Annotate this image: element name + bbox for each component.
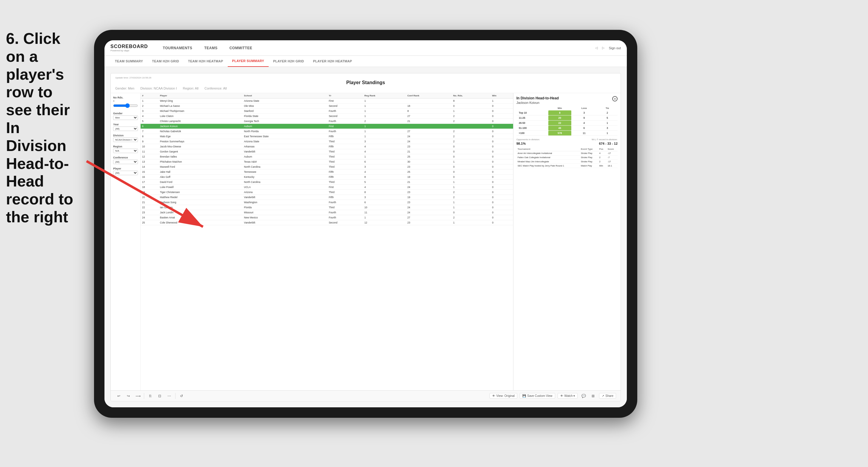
table-row[interactable]: 1 Wenyi Ding Arizona State First 1 8 1 [141, 98, 513, 103]
wlt-label: W-L-T record in-division: [592, 138, 618, 141]
filter-division-select[interactable]: NCAA Division I [113, 137, 138, 142]
tourn-col-type: Event Type [580, 147, 598, 151]
table-row[interactable]: 3 Michael Thorbjornsen Stanford Fourth 1… [141, 108, 513, 114]
nav-item-teams[interactable]: TEAMS [198, 40, 223, 56]
filter-player-select[interactable]: (All) [113, 171, 138, 175]
cell-rds: 2 [452, 129, 490, 134]
forward-button[interactable]: ⟶ [134, 393, 142, 400]
subnav-team-summary[interactable]: TEAM SUMMARY [111, 56, 148, 67]
cell-rds: 1 [452, 205, 490, 210]
cell-reg: 6 [363, 159, 406, 164]
nav-item-committee[interactable]: COMMITTEE [223, 40, 258, 56]
filter-group-year: Year (All) [113, 123, 138, 131]
cell-school: Florida State [242, 114, 327, 119]
cell-rank: 18 [141, 185, 158, 190]
table-row[interactable]: 11 Gordon Sargent Vanderbilt Third 4 21 … [141, 149, 513, 154]
cell-yr: Fifth [327, 134, 363, 139]
subnav-player-summary[interactable]: PLAYER SUMMARY [228, 56, 269, 67]
share-button[interactable]: ↗ Share [599, 393, 616, 399]
table-row[interactable]: 22 Ian Gilligan Florida Third 10 24 1 0 [141, 205, 513, 210]
cell-win: 0 [490, 124, 513, 129]
comment-button[interactable]: 💬 [580, 393, 587, 400]
table-row[interactable]: 6 Jackson Koivun Auburn First 1 0 [141, 124, 513, 129]
undo-button[interactable]: ↩ [115, 393, 122, 400]
paste-button[interactable]: ⊡ [156, 393, 163, 400]
panel-title: Player Standings [115, 80, 616, 85]
cell-player: Alex Goff [158, 175, 243, 180]
filter-division: Division: NCAA Division I [140, 87, 177, 90]
refresh-button[interactable]: ↺ [178, 393, 185, 400]
filter-gender-select[interactable]: Men [113, 116, 138, 120]
cell-player: Jake Hall [158, 169, 243, 175]
cell-win: 0 [490, 139, 513, 144]
table-row[interactable]: 20 Matthew Riedel Vanderbilt Fifth 3 19 … [141, 195, 513, 200]
filter-region-select[interactable]: N/A [113, 149, 138, 153]
cell-rank: 2 [141, 103, 158, 108]
tournament-row: SEC Match Play hosted by Jerry Pate Roun… [516, 164, 618, 168]
cell-yr: Third [327, 149, 363, 154]
cell-win: 0 [490, 169, 513, 175]
table-row[interactable]: 17 David Ford North Carolina Third 5 21 … [141, 180, 513, 185]
table-row[interactable]: 19 Tiger Christensen Arizona Third 8 23 … [141, 190, 513, 195]
subnav-team-h2h-heatmap[interactable]: TEAM H2H HEATMAP [184, 56, 228, 67]
cell-yr: First [327, 124, 363, 129]
table-row[interactable]: 5 Christo Lamprecht Georgia Tech Fourth … [141, 119, 513, 124]
grid-button[interactable]: ⊞ [590, 393, 597, 400]
table-body: 1 Wenyi Ding Arizona State First 1 8 1 2… [141, 98, 513, 225]
subnav-team-h2h-grid[interactable]: TEAM H2H GRID [148, 56, 184, 67]
table-row[interactable]: 14 Maxwell Ford North Carolina Third 3 2… [141, 164, 513, 169]
cell-conf: 30 [406, 159, 452, 164]
cell-yr: Third [327, 159, 363, 164]
table-row[interactable]: 15 Jake Hall Tennessee Fifth 4 25 0 0 [141, 169, 513, 175]
top-nav: SCOREBOARD Powered by clippi TOURNAMENTS… [104, 40, 627, 56]
cell-rds: 1 [452, 220, 490, 225]
cell-reg: 4 [363, 149, 406, 154]
table-row[interactable]: 23 Jack Lundin Missouri Fourth 11 24 0 0 [141, 210, 513, 215]
filter-norounds-slider[interactable] [113, 103, 138, 108]
panel-body: No Rds. 6 Gender Men Year [111, 93, 621, 390]
redo-button[interactable]: ↪ [125, 393, 132, 400]
cell-reg: 10 [363, 205, 406, 210]
close-button[interactable]: ✕ [612, 96, 618, 101]
cell-conf: 25 [406, 169, 452, 175]
cell-school: Arizona [242, 190, 327, 195]
cell-win: 0 [490, 159, 513, 164]
h2h-loss: 9 [571, 116, 597, 121]
copy-button[interactable]: ⎘ [147, 393, 154, 400]
cell-player: Jackson Koivun [158, 124, 243, 129]
table-row[interactable]: 4 Luke Claton Florida State Second 1 27 … [141, 114, 513, 119]
cell-yr: Fifth [327, 169, 363, 175]
subnav-player-h2h-heatmap[interactable]: PLAYER H2H HEATMAP [309, 56, 357, 67]
cell-conf: 24 [406, 139, 452, 144]
subnav-player-h2h-grid[interactable]: PLAYER H2H GRID [269, 56, 309, 67]
watch-button[interactable]: 👁 Watch ▾ [558, 393, 578, 399]
table-row[interactable]: 21 Taehoon Song Washington Fourth 6 23 1… [141, 200, 513, 205]
table-row[interactable]: 8 Mats Ege East Tennessee State Fifth 1 … [141, 134, 513, 139]
filter-year-select[interactable]: (All) [113, 127, 138, 131]
table-row[interactable]: 2 Michael La Sasso Ole Miss Second 1 18 … [141, 103, 513, 108]
table-row[interactable]: 13 Phichaksn Maichon Texas A&M Third 6 3… [141, 159, 513, 164]
tournament-row: Amer Ari Intercollegiate Invitational St… [516, 151, 618, 155]
filter-conference-select[interactable]: (All) [113, 160, 138, 164]
table-row[interactable]: 16 Alex Goff Kentucky Fifth 8 19 0 0 [141, 175, 513, 180]
cell-yr: Fourth [327, 215, 363, 220]
cell-win: 0 [490, 185, 513, 190]
table-row[interactable]: 12 Brendan Valles Auburn Third 1 25 0 0 [141, 154, 513, 159]
cell-yr: Second [327, 220, 363, 225]
nav-item-tournaments[interactable]: TOURNAMENTS [157, 40, 198, 56]
table-row[interactable]: 9 Preston Summerhays Arizona State Third… [141, 139, 513, 144]
sign-out-button[interactable]: Sign out [609, 46, 621, 50]
cell-win: 0 [490, 103, 513, 108]
table-row[interactable]: 18 Luke Powell UCLA First 4 24 1 0 [141, 185, 513, 190]
table-row[interactable]: 10 Jacob Mou-Dieese Arkansas Fifth 4 23 … [141, 144, 513, 149]
view-original-button[interactable]: 👁 View: Original [490, 393, 518, 399]
cell-yr: Fourth [327, 210, 363, 215]
cell-rank: 25 [141, 220, 158, 225]
save-custom-button[interactable]: 💾 Save Custom View [520, 393, 555, 399]
table-row[interactable]: 25 Cole Sherwood Vanderbilt Second 12 23… [141, 220, 513, 225]
more-button[interactable]: ⋯ [166, 393, 173, 400]
table-row[interactable]: 7 Nicholas Gabrelcik North Florida Fourt… [141, 129, 513, 134]
sub-nav: TEAM SUMMARY TEAM H2H GRID TEAM H2H HEAT… [104, 56, 627, 67]
table-row[interactable]: 24 Bastien Amat New Mexico Fourth 1 27 2… [141, 215, 513, 220]
h2h-loss: 11 [571, 131, 597, 136]
